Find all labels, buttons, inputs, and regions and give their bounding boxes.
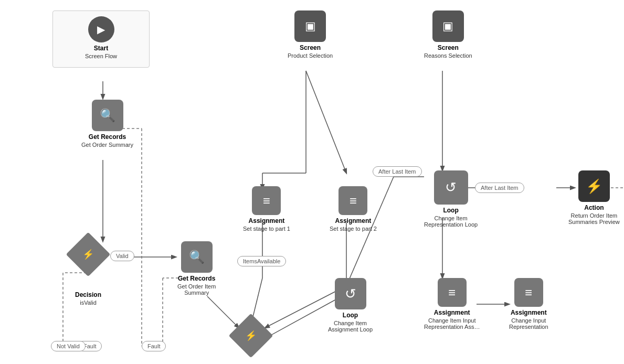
assignment-1-label: Set stage to part 1 [243,226,290,232]
assignment-3-icon: ≡ [438,278,467,307]
loop-2-label: Change Item Representation Loop [424,215,478,228]
fault-pill-2: Fault [142,341,166,351]
get-records-2-label: Get Order Item Summary [177,283,216,296]
assignment-2-label: Set stage to part 2 [330,226,377,232]
action-label: Return Order Item Summaries Preview [568,212,620,225]
action-node[interactable]: ⚡ Action Return Order Item Summaries Pre… [568,170,620,225]
start-subtitle: Screen Flow [85,53,117,59]
assignment-1-icon: ≡ [252,186,281,215]
decision-2-icon: ⚡ [229,314,273,358]
svg-line-3 [207,296,239,328]
screen-2-node[interactable]: ▣ Screen Reasons Selection [424,10,472,59]
assignment-3-label: Change Item Input Representation Ass… [424,317,480,330]
assignment-3-node[interactable]: ≡ Assignment Change Item Input Represent… [424,278,480,330]
screen-1-icon: ▣ [294,10,326,42]
flow-canvas: ▶ Start Screen Flow 🔍 Get Records Get Or… [0,0,624,364]
screen-1-title: Screen [300,44,321,51]
svg-line-7 [306,71,346,173]
assignment-2-node[interactable]: ≡ Assignment Set stage to part 2 [330,186,377,232]
loop-2-title: Loop [443,207,458,214]
get-records-1-icon: 🔍 [92,100,123,131]
get-records-2-icon: 🔍 [181,241,213,273]
not-valid-pill: Not Valid [51,341,86,351]
decision-1-label: isValid [75,299,101,306]
after-last-item-pill-2: After Last Item [475,183,524,193]
valid-pill: Valid [110,251,134,261]
decision-1-title: Decision [75,291,101,298]
get-records-2-title: Get Records [178,275,215,282]
screen-2-title: Screen [438,44,459,51]
get-records-1-title: Get Records [89,133,126,141]
items-available-pill: ItemsAvailable [237,256,286,266]
screen-2-label: Reasons Selection [424,52,472,59]
get-records-2-node[interactable]: 🔍 Get Records Get Order Item Summary [177,241,216,296]
loop-1-node[interactable]: ↺ Loop Change Item Assignment Loop [328,278,373,333]
loop-1-title: Loop [343,312,358,319]
start-title: Start [94,45,108,52]
after-last-item-pill-1: After Last Item [373,166,422,177]
assignment-4-node[interactable]: ≡ Assignment Change Input Representation [509,278,548,330]
loop-1-label: Change Item Assignment Loop [328,320,373,333]
get-records-1-label: Get Order Summary [81,142,133,148]
assignment-4-label: Change Input Representation [509,317,548,330]
get-records-1-node[interactable]: 🔍 Get Records Get Order Summary [81,100,133,148]
screen-1-node[interactable]: ▣ Screen Product Selection [288,10,333,59]
start-icon: ▶ [88,16,114,42]
action-icon: ⚡ [578,170,610,202]
loop-1-icon: ↺ [335,278,366,309]
assignment-4-icon: ≡ [514,278,543,307]
decision-1-node[interactable]: ⚡ Decision isValid [72,239,104,306]
decision-1-icon: ⚡ [66,232,111,277]
action-title: Action [584,204,604,211]
screen-2-icon: ▣ [432,10,464,42]
assignment-2-icon: ≡ [339,186,367,215]
assignment-2-title: Assignment [335,217,372,224]
loop-2-node[interactable]: ↺ Loop Change Item Representation Loop [424,170,478,228]
screen-1-label: Product Selection [288,52,333,59]
decision-2-node[interactable]: ⚡ Decision [235,320,267,364]
assignment-3-title: Assignment [434,309,470,316]
assignment-4-title: Assignment [511,309,547,316]
assignment-1-title: Assignment [249,217,285,224]
assignment-1-node[interactable]: ≡ Assignment Set stage to part 1 [243,186,290,232]
start-node[interactable]: ▶ Start Screen Flow [52,10,150,68]
loop-2-icon: ↺ [434,170,468,205]
